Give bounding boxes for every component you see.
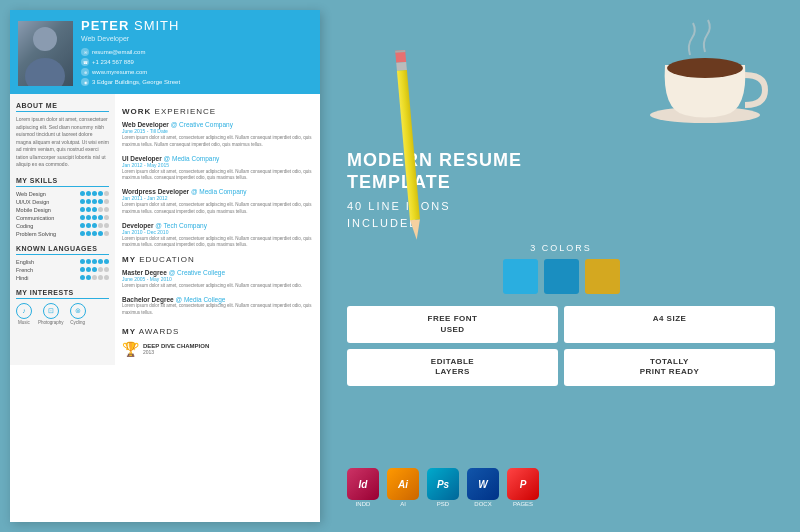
skill-dots bbox=[80, 207, 109, 212]
dot bbox=[86, 259, 91, 264]
work-role: UI Developer @ Media Company bbox=[122, 155, 313, 162]
work-role: Web Developer @ Creative Company bbox=[122, 121, 313, 128]
dot bbox=[92, 267, 97, 272]
interest-cycling: ⊚ Cycling bbox=[70, 303, 86, 325]
skill-name: Coding bbox=[16, 223, 71, 229]
dot bbox=[80, 199, 85, 204]
dot bbox=[86, 275, 91, 280]
contact-website: ⊕ www.myresume.com bbox=[81, 68, 312, 76]
dot bbox=[80, 259, 85, 264]
resume-left-column: ABOUT ME Lorem ipsum dolor sit amet, con… bbox=[10, 94, 115, 365]
dot bbox=[80, 275, 85, 280]
skill-dots bbox=[80, 223, 109, 228]
dot bbox=[80, 267, 85, 272]
work-role: Wordpress Developer @ Media Company bbox=[122, 188, 313, 195]
pages-label: PAGES bbox=[513, 501, 533, 507]
contact-address: ◉ 3 Edgar Buildings, George Street bbox=[81, 78, 312, 86]
edu-desc: Lorem ipsum dolor sit amet, consectetuer… bbox=[122, 283, 313, 290]
skill-name: UI/UX Design bbox=[16, 199, 71, 205]
ai-app: Ai AI bbox=[387, 468, 419, 507]
work-date: Jan 2012 - May 2015 bbox=[122, 162, 313, 168]
svg-point-0 bbox=[33, 27, 57, 51]
resume-right-column: WORK EXPERIENCE Web Developer @ Creative… bbox=[115, 94, 320, 365]
dot bbox=[104, 275, 109, 280]
dot bbox=[86, 267, 91, 272]
dot bbox=[80, 215, 85, 220]
docx-label: DOCX bbox=[474, 501, 491, 507]
work-date: Jan 2010 - Dec 2010 bbox=[122, 229, 313, 235]
dot bbox=[98, 259, 103, 264]
skill-dots bbox=[80, 215, 109, 220]
interest-label: Music bbox=[18, 320, 30, 325]
dot bbox=[104, 267, 109, 272]
work-desc: Lorem ipsum dolor sit amet, consectetuer… bbox=[122, 202, 313, 216]
lang-dots bbox=[80, 259, 109, 264]
edu-date: June 2005 - May 2010 bbox=[122, 276, 313, 282]
dot bbox=[86, 199, 91, 204]
indd-icon: Id bbox=[347, 468, 379, 500]
lang-french: French bbox=[16, 267, 109, 273]
ps-app: Ps PSD bbox=[427, 468, 459, 507]
location-icon: ◉ bbox=[81, 78, 89, 86]
dot bbox=[98, 191, 103, 196]
languages-title: KNOWN LANGUAGES bbox=[16, 245, 109, 255]
work-item-4: Developer @ Tech Company Jan 2010 - Dec … bbox=[122, 222, 313, 250]
skill-name: Mobile Design bbox=[16, 207, 71, 213]
colors-label: 3 COLORS bbox=[347, 243, 775, 253]
skill-uiux: UI/UX Design bbox=[16, 199, 109, 205]
skill-communication: Communication bbox=[16, 215, 109, 221]
dot bbox=[98, 199, 103, 204]
work-item-1: Web Developer @ Creative Company June 20… bbox=[122, 121, 313, 149]
work-date: Jan 2011 - Jan 2012 bbox=[122, 195, 313, 201]
pages-icon: P bbox=[507, 468, 539, 500]
awards-section: MY AWARDS 🏆 DEEP DIVE CHAMPION 2013 bbox=[122, 322, 209, 357]
contact-phone: ☎ +1 234 567 889 bbox=[81, 58, 312, 66]
skills-title: MY SKILLS bbox=[16, 177, 109, 187]
dot bbox=[80, 207, 85, 212]
about-title: ABOUT ME bbox=[16, 102, 109, 112]
svg-point-1 bbox=[25, 58, 65, 86]
svg-point-3 bbox=[667, 58, 743, 78]
dot bbox=[92, 231, 97, 236]
skill-name: Communication bbox=[16, 215, 71, 221]
docx-app: W DOCX bbox=[467, 468, 499, 507]
lang-dots bbox=[80, 275, 109, 280]
skill-problem-solving: Problem Solving bbox=[16, 231, 109, 237]
ai-label: AI bbox=[400, 501, 406, 507]
dot bbox=[92, 191, 97, 196]
awards-label: MY AWARDS bbox=[122, 327, 209, 336]
work-desc: Lorem ipsum dolor sit amet, consectetuer… bbox=[122, 169, 313, 183]
indd-label: INDD bbox=[356, 501, 371, 507]
dot bbox=[86, 223, 91, 228]
dot bbox=[92, 215, 97, 220]
edu-item-1: Master Degree @ Creative College June 20… bbox=[122, 269, 313, 290]
ps-label: PSD bbox=[437, 501, 449, 507]
awards-row: MY AWARDS 🏆 DEEP DIVE CHAMPION 2013 bbox=[122, 322, 313, 357]
skill-dots bbox=[80, 199, 109, 204]
work-role: Developer @ Tech Company bbox=[122, 222, 313, 229]
bicycle-icon: ⊚ bbox=[70, 303, 86, 319]
skill-name: Web Design bbox=[16, 191, 71, 197]
web-icon: ⊕ bbox=[81, 68, 89, 76]
degree-name: Master Degree @ Creative College bbox=[122, 269, 313, 276]
resume-document: PETER SMITH Web Developer ✉ resume@email… bbox=[10, 10, 320, 522]
camera-icon: ⊡ bbox=[43, 303, 59, 319]
education-title: MY EDUCATION bbox=[122, 255, 313, 264]
colors-section: 3 COLORS bbox=[347, 243, 775, 294]
interest-label: Photography bbox=[38, 320, 64, 325]
award-details: DEEP DIVE CHAMPION 2013 bbox=[143, 343, 209, 355]
dot bbox=[98, 215, 103, 220]
skill-coding: Coding bbox=[16, 223, 109, 229]
interest-music: ♪ Music bbox=[16, 303, 32, 325]
languages-section: KNOWN LANGUAGES English French bbox=[16, 245, 109, 281]
trophy-icon: 🏆 bbox=[122, 341, 139, 357]
contact-email: ✉ resume@email.com bbox=[81, 48, 312, 56]
work-item-3: Wordpress Developer @ Media Company Jan … bbox=[122, 188, 313, 216]
swatch-blue-light bbox=[503, 259, 538, 294]
profile-photo bbox=[18, 21, 73, 86]
dot bbox=[104, 223, 109, 228]
dot bbox=[80, 231, 85, 236]
resume-header: PETER SMITH Web Developer ✉ resume@email… bbox=[10, 10, 320, 94]
dot bbox=[92, 207, 97, 212]
dot bbox=[86, 231, 91, 236]
